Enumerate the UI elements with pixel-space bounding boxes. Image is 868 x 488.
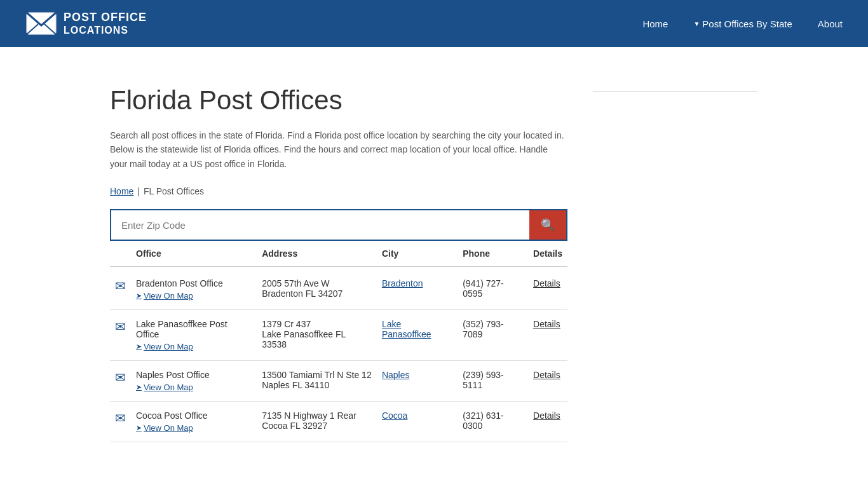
office-name: Lake Panasoffkee Post Office xyxy=(136,319,252,339)
table-row: ✉ Lake Panasoffkee Post Office View On M… xyxy=(110,310,567,361)
details-link[interactable]: Details xyxy=(533,410,560,421)
address-line2: Cocoa FL 32927 xyxy=(262,421,372,431)
dropdown-arrow-icon: ▼ xyxy=(693,20,700,27)
city-cell: Bradenton xyxy=(377,267,458,310)
page-description: Search all post offices in the state of … xyxy=(110,128,567,171)
city-cell: Lake Panasoffkee xyxy=(377,310,458,361)
address-line2: Naples FL 34110 xyxy=(262,380,372,390)
office-cell: Cocoa Post Office View On Map xyxy=(131,402,257,442)
phone-cell: (352) 793-7089 xyxy=(458,310,528,361)
col-city: City xyxy=(377,241,458,267)
address-line1: 1379 Cr 437 xyxy=(262,319,372,329)
nav-about[interactable]: About xyxy=(818,18,843,29)
address-line1: 13500 Tamiami Trl N Ste 12 xyxy=(262,370,372,380)
phone-cell: (321) 631-0300 xyxy=(458,402,528,442)
nav-by-state[interactable]: Post Offices By State xyxy=(702,18,792,29)
mail-icon: ✉ xyxy=(115,279,126,293)
details-cell: Details xyxy=(528,310,567,361)
breadcrumb: Home | FL Post Offices xyxy=(110,186,567,196)
view-on-map-link[interactable]: View On Map xyxy=(136,423,252,433)
mail-icon-cell: ✉ xyxy=(110,402,131,442)
office-name: Bradenton Post Office xyxy=(136,278,252,288)
logo-line2: LOCATIONS xyxy=(64,24,147,36)
city-link[interactable]: Naples xyxy=(382,370,410,380)
page-title: Florida Post Offices xyxy=(110,85,567,116)
address-cell: 2005 57th Ave W Bradenton FL 34207 xyxy=(257,267,377,310)
city-cell: Cocoa xyxy=(377,402,458,442)
table-row: ✉ Bradenton Post Office View On Map 2005… xyxy=(110,267,567,310)
mail-icon: ✉ xyxy=(115,411,126,425)
details-cell: Details xyxy=(528,267,567,310)
details-link[interactable]: Details xyxy=(533,370,560,380)
col-office: Office xyxy=(131,241,257,267)
mail-icon-cell: ✉ xyxy=(110,310,131,361)
col-icon xyxy=(110,241,131,267)
office-cell: Naples Post Office View On Map xyxy=(131,361,257,402)
details-cell: Details xyxy=(528,402,567,442)
mail-icon: ✉ xyxy=(115,320,126,334)
address-line2: Lake Panasoffkee FL 33538 xyxy=(262,329,372,349)
sidebar-divider xyxy=(593,92,758,92)
breadcrumb-separator: | xyxy=(137,186,140,196)
details-link[interactable]: Details xyxy=(533,278,560,288)
table-row: ✉ Naples Post Office View On Map 13500 T… xyxy=(110,361,567,402)
search-input[interactable] xyxy=(111,210,529,240)
search-icon: 🔍 xyxy=(541,219,555,231)
city-link[interactable]: Lake Panasoffkee xyxy=(382,319,431,339)
mail-icon-cell: ✉ xyxy=(110,361,131,402)
address-line1: 2005 57th Ave W xyxy=(262,278,372,288)
city-link[interactable]: Cocoa xyxy=(382,410,407,421)
address-line1: 7135 N Highway 1 Rear xyxy=(262,410,372,421)
table-row: ✉ Cocoa Post Office View On Map 7135 N H… xyxy=(110,402,567,442)
address-line2: Bradenton FL 34207 xyxy=(262,288,372,299)
address-cell: 1379 Cr 437 Lake Panasoffkee FL 33538 xyxy=(257,310,377,361)
offices-table: Office Address City Phone Details ✉ Brad… xyxy=(110,241,567,442)
office-name: Cocoa Post Office xyxy=(136,410,252,421)
site-logo[interactable]: POST OFFICE LOCATIONS xyxy=(25,8,147,39)
office-cell: Lake Panasoffkee Post Office View On Map xyxy=(131,310,257,361)
breadcrumb-home[interactable]: Home xyxy=(110,186,133,196)
nav-home[interactable]: Home xyxy=(642,18,668,29)
office-cell: Bradenton Post Office View On Map xyxy=(131,267,257,310)
view-on-map-link[interactable]: View On Map xyxy=(136,291,252,301)
view-on-map-link[interactable]: View On Map xyxy=(136,383,252,392)
view-on-map-link[interactable]: View On Map xyxy=(136,342,252,351)
details-cell: Details xyxy=(528,361,567,402)
phone-cell: (239) 593-5111 xyxy=(458,361,528,402)
navbar: POST OFFICE LOCATIONS Home ▼ Post Office… xyxy=(0,0,868,47)
city-cell: Naples xyxy=(377,361,458,402)
mail-icon-cell: ✉ xyxy=(110,267,131,310)
search-form: 🔍 xyxy=(110,209,567,241)
breadcrumb-current: FL Post Offices xyxy=(144,186,204,196)
mail-icon: ✉ xyxy=(115,370,126,384)
details-link[interactable]: Details xyxy=(533,319,560,329)
city-link[interactable]: Bradenton xyxy=(382,278,423,288)
col-details: Details xyxy=(528,241,567,267)
col-phone: Phone xyxy=(458,241,528,267)
address-cell: 7135 N Highway 1 Rear Cocoa FL 32927 xyxy=(257,402,377,442)
phone-cell: (941) 727-0595 xyxy=(458,267,528,310)
office-name: Naples Post Office xyxy=(136,370,252,380)
search-button[interactable]: 🔍 xyxy=(529,210,566,240)
logo-line1: POST OFFICE xyxy=(64,11,147,25)
col-address: Address xyxy=(257,241,377,267)
address-cell: 13500 Tamiami Trl N Ste 12 Naples FL 341… xyxy=(257,361,377,402)
